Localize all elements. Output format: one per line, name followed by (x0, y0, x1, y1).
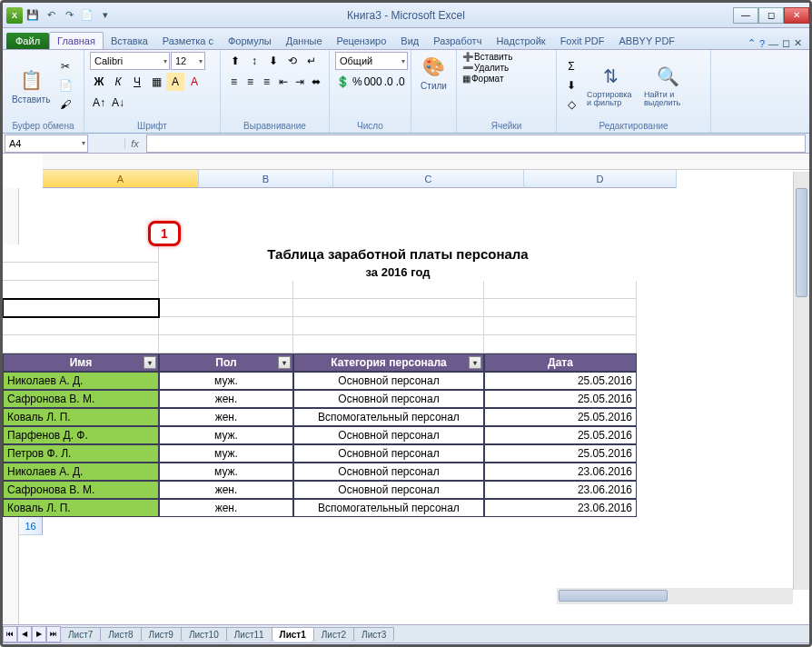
tab-nav-first-icon[interactable]: ⏮ (3, 626, 17, 642)
cell-name[interactable]: Сафронова В. М. (3, 481, 159, 499)
doc-close-icon[interactable]: ✕ (794, 37, 802, 49)
cell-name[interactable]: Парфенов Д. Ф. (3, 426, 159, 444)
font-size-combo[interactable]: 12 (171, 52, 205, 70)
col-header-c[interactable]: C (333, 170, 524, 188)
align-center-icon[interactable]: ≡ (243, 73, 258, 91)
copy-icon[interactable]: 📄 (56, 76, 74, 95)
tab-nav-last-icon[interactable]: ⏭ (46, 626, 61, 642)
tab-addins[interactable]: Надстройк (489, 33, 552, 49)
v-scroll-thumb[interactable] (796, 188, 807, 297)
cell-sex[interactable]: муж. (159, 372, 293, 390)
horizontal-scrollbar[interactable] (557, 588, 793, 604)
cell-name[interactable]: Коваль Л. П. (3, 499, 159, 517)
cell-name[interactable]: Сафронова В. М. (3, 390, 159, 408)
italic-button[interactable]: К (109, 73, 127, 91)
filter-cat-icon[interactable]: ▾ (469, 356, 481, 369)
align-left-icon[interactable]: ≡ (226, 73, 242, 91)
increase-decimal-icon[interactable]: .0 (383, 73, 394, 91)
cell-date[interactable]: 25.05.2016 (484, 390, 637, 408)
col-header-d[interactable]: D (524, 170, 677, 188)
maximize-button[interactable]: ◻ (758, 7, 784, 24)
vertical-scrollbar[interactable] (793, 172, 809, 590)
qat-save-icon[interactable]: 💾 (25, 7, 41, 24)
file-tab[interactable]: Файл (6, 33, 49, 49)
clear-icon[interactable]: ◇ (562, 95, 580, 114)
number-format-combo[interactable]: Общий (335, 52, 408, 70)
tab-review[interactable]: Рецензиро (330, 33, 394, 49)
tab-foxit[interactable]: Foxit PDF (553, 33, 612, 49)
cell-grid[interactable]: Таблица заработной платы персонала за 20… (3, 188, 637, 517)
align-bottom-icon[interactable]: ⬇ (264, 52, 282, 70)
sheet-tab[interactable]: Лист10 (181, 627, 227, 642)
qat-undo-icon[interactable]: ↶ (43, 7, 59, 24)
find-select-button[interactable]: 🔍 Найти и выделить (640, 62, 695, 109)
tab-nav-next-icon[interactable]: ▶ (32, 626, 46, 642)
fx-button[interactable]: fx (124, 138, 144, 149)
qat-dropdown-icon[interactable]: ▾ (97, 7, 114, 24)
cell-category[interactable]: Основной персонал (293, 444, 484, 463)
format-painter-icon[interactable]: 🖌 (56, 95, 74, 114)
decrease-decimal-icon[interactable]: .0 (395, 73, 406, 91)
underline-button[interactable]: Ч (128, 73, 146, 91)
cell-category[interactable]: Вспомогательный персонал (293, 499, 484, 517)
decrease-indent-icon[interactable]: ⇤ (275, 73, 291, 91)
cell-name[interactable]: Петров Ф. Л. (3, 444, 159, 463)
cell-date[interactable]: 23.06.2016 (484, 463, 637, 481)
col-header-a[interactable]: A (43, 170, 199, 188)
filter-name-icon[interactable]: ▾ (144, 356, 156, 369)
sheet-tab[interactable]: Лист9 (141, 627, 182, 642)
cell-sex[interactable]: жен. (159, 499, 293, 517)
comma-icon[interactable]: 000 (364, 73, 382, 91)
tab-nav-prev-icon[interactable]: ◀ (17, 626, 32, 642)
cell-date[interactable]: 25.05.2016 (484, 426, 637, 444)
cell-category[interactable]: Основной персонал (293, 463, 484, 481)
merge-icon[interactable]: ⬌ (308, 73, 323, 91)
cell-name[interactable]: Коваль Л. П. (3, 408, 159, 426)
sheet-tab[interactable]: Лист7 (60, 627, 101, 642)
sheet-tab[interactable]: Лист11 (226, 627, 272, 642)
tab-formulas[interactable]: Формулы (221, 33, 279, 49)
styles-button[interactable]: 🎨 Стили (417, 52, 451, 93)
cell-name[interactable]: Николаев А. Д. (3, 372, 159, 390)
sheet-tab[interactable]: Лист2 (313, 627, 354, 642)
font-name-combo[interactable]: Calibri (90, 52, 170, 70)
selected-cell[interactable] (3, 299, 159, 317)
minimize-ribbon-icon[interactable]: ⌃ (748, 37, 756, 49)
tab-home[interactable]: Главная (49, 32, 104, 49)
cell-sex[interactable]: муж. (159, 463, 293, 481)
sheet-tab[interactable]: Лист1 (272, 627, 314, 642)
tab-view[interactable]: Вид (393, 33, 426, 49)
sheet-tab[interactable]: Лист8 (100, 627, 141, 642)
doc-max-icon[interactable]: ◻ (782, 37, 790, 49)
tab-developer[interactable]: Разработч (426, 33, 489, 49)
insert-cells-button[interactable]: ➕Вставить (462, 52, 550, 62)
cell-category[interactable]: Основной персонал (293, 372, 484, 390)
bold-button[interactable]: Ж (90, 73, 108, 91)
cell-sex[interactable]: жен. (159, 408, 293, 426)
decrease-font-icon[interactable]: A↓ (109, 94, 127, 112)
tab-insert[interactable]: Вставка (104, 33, 155, 49)
cell-name[interactable]: Николаев А. Д. (3, 463, 159, 481)
align-middle-icon[interactable]: ↕ (245, 52, 263, 70)
formula-input[interactable] (146, 134, 806, 153)
paste-button[interactable]: 📋 Вставить (8, 65, 54, 106)
cell-date[interactable]: 23.06.2016 (484, 481, 637, 499)
sheet-tab[interactable]: Лист3 (353, 627, 394, 642)
qat-more-icon[interactable]: 📄 (79, 7, 95, 24)
autosum-icon[interactable]: Σ (562, 57, 580, 75)
sort-filter-button[interactable]: ⇅ Сортировка и фильтр (583, 62, 638, 109)
cell-date[interactable]: 23.06.2016 (484, 499, 637, 517)
fill-icon[interactable]: ⬇ (562, 76, 580, 95)
cut-icon[interactable]: ✂ (56, 57, 74, 75)
cell-sex[interactable]: жен. (159, 481, 293, 499)
qat-redo-icon[interactable]: ↷ (61, 7, 77, 24)
filter-sex-icon[interactable]: ▾ (278, 356, 291, 369)
cell-category[interactable]: Основной персонал (293, 390, 484, 408)
row-header-16[interactable]: 16 (19, 517, 43, 535)
cell-date[interactable]: 25.05.2016 (484, 372, 637, 390)
name-box[interactable]: A4 (5, 134, 88, 153)
h-scroll-thumb[interactable] (559, 590, 668, 602)
col-header-b[interactable]: B (199, 170, 333, 188)
tab-data[interactable]: Данные (279, 33, 330, 49)
cell-date[interactable]: 25.05.2016 (484, 444, 637, 463)
